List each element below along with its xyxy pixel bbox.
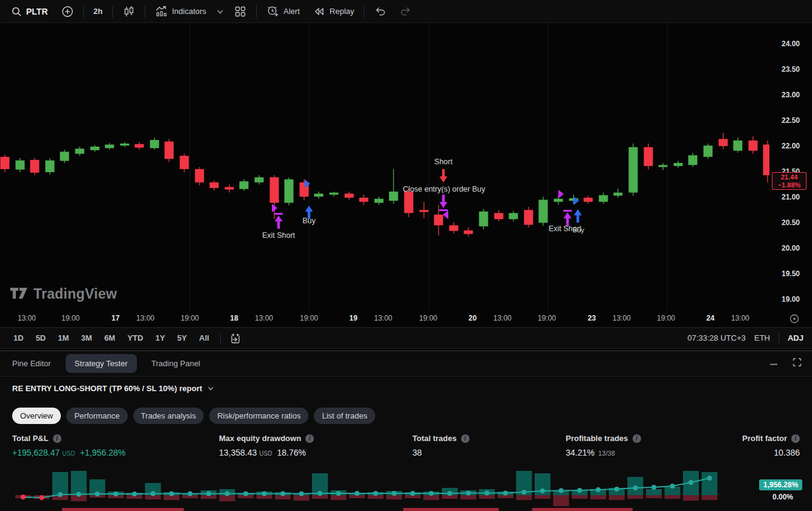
- time-tick: 18: [230, 314, 238, 322]
- range-button-1m[interactable]: 1M: [53, 331, 74, 345]
- drawdown-strip: [62, 508, 184, 511]
- info-icon[interactable]: i: [461, 434, 470, 443]
- adjust-button[interactable]: ADJ: [788, 333, 803, 342]
- top-toolbar: PLTR 2h: [0, 0, 812, 23]
- last-price-label: 21.44 −1.88%: [772, 172, 807, 190]
- stat-label: Total trades: [412, 434, 457, 443]
- panel-tab-trading-panel[interactable]: Trading Panel: [151, 354, 200, 373]
- range-button-1y[interactable]: 1Y: [150, 331, 170, 345]
- goto-date-button[interactable]: [227, 329, 244, 347]
- toolbar-divider: [145, 5, 145, 18]
- replay-button[interactable]: Replay: [307, 2, 360, 21]
- last-price-change: −1.88%: [778, 181, 801, 189]
- info-icon[interactable]: i: [791, 434, 800, 443]
- equity-point: [503, 491, 508, 496]
- info-icon[interactable]: i: [305, 434, 314, 443]
- candle-body: [1, 157, 10, 169]
- range-button-5y[interactable]: 5Y: [172, 331, 192, 345]
- candle-body: [524, 210, 533, 224]
- clock-label[interactable]: 07:33:28 UTC+3: [687, 333, 746, 342]
- candle-body: [404, 192, 414, 213]
- chevron-down-icon: [216, 7, 224, 16]
- equity-loss-bar: [479, 495, 495, 499]
- indicators-icon: [155, 5, 168, 18]
- stat-label: Profitable trades: [566, 434, 628, 443]
- candle-body: [270, 177, 279, 203]
- info-icon[interactable]: i: [633, 434, 641, 443]
- trade-marker-arrow-down[interactable]: [440, 176, 448, 182]
- panel-tabs: Pine EditorStrategy TesterTrading Panel: [0, 351, 812, 377]
- range-button-5d[interactable]: 5D: [31, 331, 51, 345]
- candle-body: [584, 198, 593, 202]
- time-tick: 19:00: [538, 314, 556, 322]
- watermark-label: TradingView: [33, 286, 117, 302]
- subtab-list-of-trades[interactable]: List of trades: [314, 408, 375, 424]
- interval-button[interactable]: 2h: [88, 2, 109, 21]
- alert-button[interactable]: Alert: [260, 2, 306, 21]
- equity-point: [188, 492, 193, 496]
- indicators-button[interactable]: Indicators: [149, 2, 212, 21]
- equity-point: [577, 488, 582, 493]
- time-axis[interactable]: 13:0019:001713:0019:001813:0019:001913:0…: [0, 310, 812, 327]
- candle-body: [479, 212, 488, 226]
- toolbar-divider: [256, 5, 257, 18]
- candle-body: [120, 144, 130, 145]
- chart-area[interactable]: Exit ShortBuyShortClose entry(s) order B…: [0, 23, 769, 310]
- candle-body: [554, 199, 563, 202]
- equity-curve-chart[interactable]: [0, 469, 812, 511]
- price-axis[interactable]: 24.0023.5023.0022.5022.0021.5021.0020.50…: [769, 23, 812, 310]
- axis-settings-button[interactable]: [789, 313, 800, 327]
- candle-body: [449, 225, 459, 231]
- candle-body: [60, 151, 69, 161]
- subtab-risk-performance-ratios[interactable]: Risk/performance ratios: [209, 408, 308, 424]
- stat-profit-factor: Profit factori 10.386: [742, 434, 800, 457]
- time-tick: 19:00: [419, 314, 437, 322]
- candlestick-chart[interactable]: Exit ShortBuyShortClose entry(s) order B…: [0, 23, 769, 310]
- compare-add-symbol-button[interactable]: [55, 2, 80, 21]
- minimize-panel-button[interactable]: [769, 358, 779, 370]
- trade-marker-triangle[interactable]: [558, 190, 564, 198]
- session-eth-button[interactable]: ETH: [754, 333, 770, 342]
- drawdown-strip: [403, 508, 499, 511]
- trade-marker-triangle[interactable]: [574, 196, 579, 205]
- range-button-all[interactable]: All: [194, 331, 214, 345]
- range-button-6m[interactable]: 6M: [99, 331, 120, 345]
- subtab-trades-analysis[interactable]: Trades analysis: [133, 408, 204, 424]
- equity-point: [355, 491, 359, 496]
- symbol-search-button[interactable]: PLTR: [5, 2, 54, 21]
- range-button-3m[interactable]: 3M: [76, 331, 97, 345]
- undo-button[interactable]: [368, 2, 392, 21]
- goto-date-icon: [229, 332, 241, 344]
- candle-body: [749, 141, 758, 151]
- range-button-ytd[interactable]: YTD: [122, 331, 148, 345]
- equity-loss-bar: [628, 495, 644, 499]
- equity-loss-bar: [498, 495, 513, 498]
- panel-tab-strategy-tester[interactable]: Strategy Tester: [66, 354, 137, 373]
- multichart-layout-button[interactable]: [228, 2, 252, 21]
- range-toolbar: 1D5D1M3M6MYTD1Y5YAll 07:33:28 UTC+3 ETH …: [0, 327, 812, 349]
- equity-point: [707, 476, 712, 481]
- indicator-templates-button[interactable]: [213, 2, 227, 21]
- candle-body: [150, 140, 159, 148]
- subtab-overview[interactable]: Overview: [12, 408, 61, 424]
- equity-loss-bar: [702, 495, 718, 500]
- time-tick: 19:00: [181, 314, 199, 322]
- chart-type-button[interactable]: [117, 2, 141, 21]
- equity-point: [114, 492, 119, 496]
- panel-tab-pine-editor[interactable]: Pine Editor: [12, 354, 51, 373]
- candle-body: [434, 215, 443, 226]
- range-button-1d[interactable]: 1D: [9, 331, 29, 345]
- price-tick: 20.00: [769, 244, 812, 252]
- circle-dot-icon: [789, 313, 800, 324]
- maximize-panel-button[interactable]: [792, 357, 802, 370]
- info-icon[interactable]: i: [53, 434, 61, 443]
- redo-button[interactable]: [394, 2, 418, 21]
- equity-point: [58, 492, 63, 497]
- equity-loss-bar: [516, 495, 532, 500]
- time-tick: 13:00: [493, 314, 512, 322]
- trade-marker-label: Short: [434, 158, 453, 166]
- trade-marker-triangle[interactable]: [443, 210, 448, 219]
- report-title-row[interactable]: RE ENTRY LONG-SHORT (TP 60% / SL 10%) re…: [12, 384, 215, 393]
- subtab-performance[interactable]: Performance: [66, 408, 127, 424]
- trade-marker-arrow-down[interactable]: [440, 202, 448, 208]
